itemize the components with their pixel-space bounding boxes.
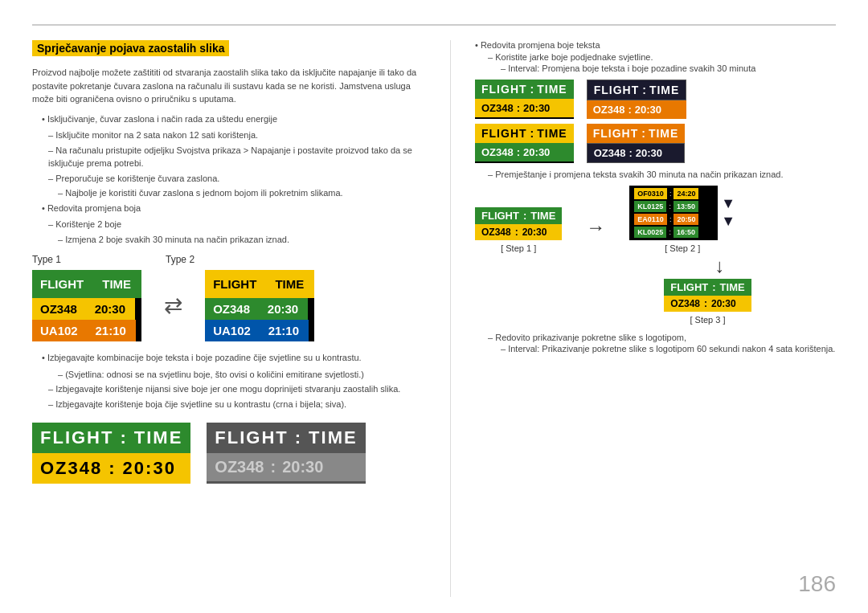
t2-header-col1: FLIGHT bbox=[205, 273, 264, 295]
color-board-2: FLIGHT : TIME OZ348 : 20:30 bbox=[587, 80, 687, 119]
step3-label: [ Step 3 ] bbox=[690, 315, 725, 325]
bb2-h-col1: FLIGHT bbox=[215, 427, 288, 448]
cb2-r2: 20:30 bbox=[635, 104, 661, 116]
t2-row1-col1: OZ348 bbox=[205, 298, 258, 320]
t1-header-col1: FLIGHT bbox=[32, 273, 92, 295]
dash-1-3: Preporučuje se korištenje čuvara zaslona… bbox=[48, 172, 426, 186]
s2-r2-col2: 13:50 bbox=[674, 201, 698, 212]
color-board-4: FLIGHT : TIME OZ348 : 20:30 bbox=[587, 124, 686, 163]
s1-r1: OZ348 bbox=[481, 227, 511, 238]
left-column: Sprječavanje pojava zaostalih slika Proi… bbox=[32, 40, 426, 597]
big-board-1: FLIGHT : TIME OZ348 : 20:30 bbox=[32, 423, 190, 484]
s2-r4-col2: 16:50 bbox=[674, 227, 698, 238]
bottom-boards: FLIGHT : TIME OZ348 : 20:30 FLIGHT : bbox=[32, 423, 426, 484]
s2-r2-col1: KL0125 bbox=[634, 201, 666, 212]
swap-arrow-icon: ⇄ bbox=[158, 292, 189, 319]
s1-h2: TIME bbox=[530, 210, 555, 222]
bb1-h-colon: : bbox=[117, 427, 130, 448]
t1-header-col2: TIME bbox=[92, 273, 141, 295]
step2-to-step3-arrow: ↓ bbox=[604, 255, 836, 277]
t1-row1-col2: 20:30 bbox=[85, 298, 135, 320]
t1-row2-col1: UA102 bbox=[32, 320, 86, 341]
dash-2-1: Korištenje 2 boje bbox=[48, 218, 426, 231]
double-arrow-down-1: ▼ bbox=[721, 196, 735, 210]
bb2-h-colon: : bbox=[292, 427, 305, 448]
step3-container: FLIGHT : TIME OZ348 : 20:30 [ Step 3 ] bbox=[579, 279, 836, 325]
cb4-r1: OZ348 bbox=[594, 147, 626, 159]
cb2-h2: TIME bbox=[649, 84, 679, 96]
page-number: 186 bbox=[798, 571, 836, 597]
bb1-r1-col2: 20:30 bbox=[123, 458, 176, 479]
s1-r2: 20:30 bbox=[522, 227, 547, 238]
cb1-h1: FLIGHT bbox=[481, 83, 527, 96]
section-title: Sprječavanje pojava zaostalih slika bbox=[32, 40, 229, 56]
type2-label: Type 2 bbox=[166, 254, 194, 265]
final-bullet: Redovito prikazivanje pokretne slike s l… bbox=[488, 333, 836, 342]
t2-row2-col1: UA102 bbox=[205, 320, 259, 341]
s2-r1-col2: 24:20 bbox=[674, 188, 698, 199]
s2-r3-col2: 20:50 bbox=[674, 214, 698, 225]
s2-r1-col1: OF0310 bbox=[634, 188, 667, 199]
step2-board: OF0310 : 24:20 KL0125 : 13:50 bbox=[629, 186, 718, 240]
top-divider bbox=[32, 24, 836, 26]
t2-header-col2: TIME bbox=[264, 273, 314, 295]
s3-r1: OZ348 bbox=[670, 298, 700, 309]
type1-label: Type 1 bbox=[32, 254, 61, 265]
step2-label: [ Step 2 ] bbox=[665, 243, 700, 253]
bullet-1: Isključivanje, čuvar zaslona i način rad… bbox=[42, 112, 426, 126]
s3-h2: TIME bbox=[720, 281, 745, 293]
cb4-h2: TIME bbox=[649, 127, 678, 140]
note-dash: Premještanje i promjena teksta svakih 30… bbox=[488, 170, 836, 179]
bb1-r1-col1: OZ348 bbox=[40, 458, 102, 479]
steps-section: FLIGHT : TIME OZ348 : 20:30 [ Step 1 ] bbox=[475, 186, 836, 353]
cb2-r1: OZ348 bbox=[593, 104, 625, 116]
bb1-h-col1: FLIGHT bbox=[40, 427, 113, 448]
s3-h1: FLIGHT bbox=[670, 281, 708, 293]
sub-1: Najbolje je koristiti čuvar zaslona s je… bbox=[58, 186, 426, 200]
t1-row2-col2: 21:10 bbox=[86, 320, 136, 341]
t2-row2-col2: 21:10 bbox=[259, 320, 309, 341]
bullet-3: Izbjegavajte kombinacije boje teksta i b… bbox=[42, 351, 426, 365]
dash-4: Izbjegavajte korištenje boja čije svjetl… bbox=[48, 398, 426, 411]
cb3-r2: 20:30 bbox=[523, 146, 550, 158]
t1-row1-col1: OZ348 bbox=[32, 298, 85, 320]
cb1-r1: OZ348 bbox=[481, 102, 514, 114]
right-bullet-1: Redovita promjena boje teksta bbox=[475, 40, 836, 50]
content-wrapper: Sprječavanje pojava zaostalih slika Proi… bbox=[32, 40, 836, 597]
bb2-r1-colon: : bbox=[267, 458, 279, 476]
sub-2: Izmjena 2 boje svakih 30 minuta na način… bbox=[58, 233, 426, 247]
cb4-h1: FLIGHT bbox=[593, 127, 639, 140]
flight-boards-row: FLIGHT TIME OZ348 20:30 UA102 21:10 ⇄ bbox=[32, 270, 426, 341]
cb3-h2: TIME bbox=[537, 127, 567, 140]
flight-board-type2: FLIGHT TIME OZ348 20:30 UA102 21:10 bbox=[205, 270, 314, 341]
sub-3: (Svjetlina: odnosi se na svjetlinu boje,… bbox=[58, 368, 426, 382]
cb4-r2: 20:30 bbox=[636, 147, 662, 159]
intro-text: Proizvod najbolje možete zaštititi od st… bbox=[32, 66, 426, 106]
s2-r4-col1: KL0025 bbox=[634, 227, 666, 238]
bb1-r1-colon: : bbox=[105, 458, 119, 479]
right-sub-1: Interval: Promjena boje teksta i boje po… bbox=[501, 63, 836, 73]
flight-board-type1: FLIGHT TIME OZ348 20:30 UA102 21:10 bbox=[32, 270, 141, 341]
step1-container: FLIGHT : TIME OZ348 : 20:30 [ Step 1 ] bbox=[475, 207, 562, 253]
bullet-2: Redovita promjena boja bbox=[42, 202, 426, 215]
color-board-1: FLIGHT : TIME OZ348 : 20:30 bbox=[475, 80, 574, 119]
color-board-3: FLIGHT : TIME OZ348 : 20:30 bbox=[475, 124, 574, 163]
step1-board: FLIGHT : TIME OZ348 : 20:30 bbox=[475, 207, 562, 240]
big-board-2: FLIGHT : TIME OZ348 : 20:30 bbox=[207, 423, 365, 484]
color-boards-grid: FLIGHT : TIME OZ348 : 20:30 FLI bbox=[475, 80, 836, 163]
right-dash-1: Koristite jarke boje podjednake svjetlin… bbox=[488, 52, 836, 62]
step2-container: OF0310 : 24:20 KL0125 : 13:50 bbox=[629, 186, 735, 253]
final-sub: Interval: Prikazivanje pokretne slike s … bbox=[501, 344, 836, 353]
double-arrow-down-2: ▼ bbox=[721, 214, 735, 228]
step1-to-step2-arrow: → bbox=[586, 216, 605, 239]
cb3-h1: FLIGHT bbox=[481, 127, 527, 140]
dash-1-1: Isključite monitor na 2 sata nakon 12 sa… bbox=[48, 129, 426, 142]
bb2-r1-col2: 20:30 bbox=[282, 458, 323, 476]
step3-board: FLIGHT : TIME OZ348 : 20:30 bbox=[664, 279, 751, 312]
dash-3: Izbjegavajte korištenje nijansi sive boj… bbox=[48, 382, 426, 396]
s3-r2: 20:30 bbox=[711, 298, 736, 309]
s2-r3-col1: EA0110 bbox=[634, 214, 667, 225]
right-column: Redovita promjena boje teksta Koristite … bbox=[450, 40, 836, 597]
bb1-h-col2: TIME bbox=[134, 427, 183, 448]
step1-label: [ Step 1 ] bbox=[501, 243, 536, 253]
